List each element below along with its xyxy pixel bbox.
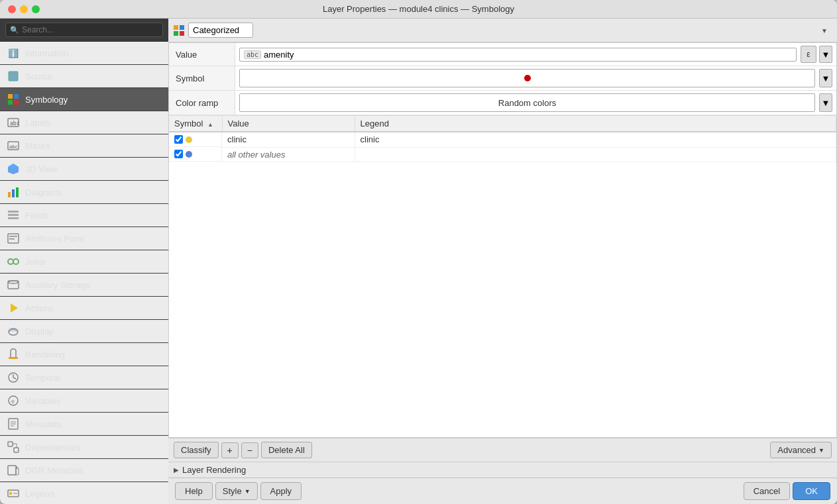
add-category-button[interactable]: + (221, 442, 239, 458)
col-legend: Legend (355, 116, 836, 132)
svg-rect-15 (8, 214, 19, 216)
layer-rendering-label: Layer Rendering (182, 465, 246, 475)
svg-text:abc: abc (10, 121, 19, 126)
sidebar-item-labels[interactable]: abc Labels (0, 111, 168, 134)
sidebar-item-variables[interactable]: e Variables (0, 389, 168, 413)
color-ramp-preview[interactable]: Random colors (239, 93, 815, 112)
svg-rect-45 (174, 25, 178, 30)
maximize-button[interactable] (32, 5, 40, 13)
value-dropdown[interactable]: abc amenity (239, 48, 797, 62)
delete-all-button[interactable]: Delete All (261, 442, 312, 458)
cancel-button[interactable]: Cancel (744, 482, 790, 500)
row2-checkbox[interactable] (174, 150, 183, 158)
sidebar-label-masks: Masks (25, 141, 50, 151)
sidebar-item-temporal[interactable]: Temporal (0, 366, 168, 389)
sidebar-item-metadata[interactable]: Metadata (0, 413, 168, 436)
categories-table: Symbol ▲ Value Legend (169, 116, 836, 162)
search-icon: 🔍 (10, 26, 19, 34)
sidebar-item-fields[interactable]: Fields (0, 204, 168, 227)
classify-button[interactable]: Classify (174, 442, 219, 458)
value-dropdown-arrow-btn[interactable]: ▼ (819, 46, 832, 63)
svg-text:e: e (11, 398, 15, 405)
symbol-preview[interactable] (239, 69, 815, 87)
sidebar-label-legend: Legend (25, 489, 54, 499)
table-row: clinic clinic (169, 132, 836, 147)
close-button[interactable] (8, 5, 16, 13)
row1-symbol-cell (169, 132, 222, 147)
svg-rect-19 (9, 238, 15, 240)
advanced-button[interactable]: Advanced ▼ (770, 442, 832, 458)
sidebar-item-joins[interactable]: Joins (0, 250, 168, 274)
symbology-icon (7, 93, 20, 106)
sidebar-item-masks[interactable]: abc Masks (0, 134, 168, 158)
svg-rect-2 (14, 94, 19, 99)
sidebar-item-diagrams[interactable]: Diagrams (0, 181, 168, 204)
sidebar-label-variables: Variables (25, 396, 60, 406)
symbol-dropdown-btn[interactable]: ▼ (819, 69, 832, 87)
legend-icon (7, 487, 20, 500)
epsilon-button[interactable]: ε (801, 46, 816, 63)
color-ramp-value: Random colors (498, 98, 556, 108)
sidebar-item-source[interactable]: Source (0, 65, 168, 88)
sidebar-label-source: Source (25, 72, 52, 81)
bottom-toolbar: Classify + − Delete All Advanced ▼ (168, 438, 837, 462)
sidebar-item-3dview[interactable]: 3D View (0, 158, 168, 181)
sidebar-label-auxiliary-storage: Auxiliary Storage (25, 280, 90, 290)
sidebar-label-symbology: Symbology (25, 95, 68, 105)
col-symbol[interactable]: Symbol ▲ (169, 116, 222, 132)
metadata-icon (7, 417, 20, 430)
symbol-row: Symbol ▼ (169, 66, 836, 91)
variables-icon: e (7, 394, 20, 407)
row1-dot (186, 136, 192, 143)
sidebar-item-attributes-form[interactable]: Attributes Form (0, 227, 168, 250)
renderer-dropdown[interactable]: Categorized Single Symbol Graduated Rule… (188, 23, 253, 38)
window-title: Layer Properties — module4 clinics — Sym… (323, 4, 514, 14)
ogr-metadata-icon (7, 464, 20, 477)
table-body: clinic clinic (169, 132, 836, 162)
style-button[interactable]: Style ▼ (215, 482, 258, 500)
sidebar-item-rendering[interactable]: Rendering (0, 343, 168, 366)
symbol-dot (524, 75, 531, 81)
rendering-icon (7, 348, 20, 361)
help-button[interactable]: Help (175, 482, 213, 500)
layer-rendering-section[interactable]: ▶ Layer Rendering (168, 462, 837, 478)
categorized-icon (174, 25, 184, 36)
minimize-button[interactable] (20, 5, 28, 13)
ok-button[interactable]: OK (793, 482, 830, 500)
table-row: all other values (169, 147, 836, 162)
symbol-control: ▼ (235, 66, 836, 90)
sidebar-item-dependencies[interactable]: Dependencies (0, 436, 168, 459)
sidebar-item-actions[interactable]: Actions (0, 297, 168, 320)
sidebar-item-information[interactable]: ℹ️ Information (0, 42, 168, 65)
sidebar-item-display[interactable]: Display (0, 320, 168, 343)
svg-rect-48 (180, 31, 184, 36)
sidebar-label-actions: Actions (25, 303, 54, 313)
svg-marker-24 (11, 303, 18, 313)
joins-icon (7, 255, 20, 268)
sidebar-item-auxiliary-storage[interactable]: Auxiliary Storage (0, 274, 168, 297)
svg-point-21 (13, 259, 19, 264)
sidebar-scroll-area[interactable]: 🔍 ℹ️ Information Source (0, 19, 168, 504)
sidebar-label-rendering: Rendering (25, 350, 65, 360)
categories-table-area[interactable]: Symbol ▲ Value Legend (169, 115, 836, 437)
svg-rect-40 (8, 466, 16, 475)
apply-button[interactable]: Apply (260, 482, 302, 500)
svg-rect-3 (8, 100, 13, 105)
table-header-row: Symbol ▲ Value Legend (169, 116, 836, 132)
svg-rect-11 (8, 192, 11, 197)
layer-rendering-arrow: ▶ (174, 466, 179, 474)
row2-dot (186, 151, 192, 158)
row1-checkbox[interactable] (174, 135, 183, 144)
search-input[interactable] (5, 23, 163, 37)
value-select[interactable]: amenity (264, 50, 792, 60)
color-ramp-dropdown-btn[interactable]: ▼ (819, 93, 832, 112)
sidebar-item-ogr-metadata[interactable]: OGR Metadata (0, 459, 168, 482)
window-controls (8, 5, 40, 13)
sidebar-label-labels: Labels (25, 118, 50, 128)
remove-category-button[interactable]: − (241, 442, 258, 458)
3dview-icon (7, 162, 20, 176)
sidebar-label-display: Display (25, 327, 54, 336)
sidebar-item-symbology[interactable]: Symbology (0, 88, 168, 111)
auxiliary-storage-icon (7, 278, 20, 291)
sidebar-item-legend[interactable]: Legend (0, 482, 168, 504)
